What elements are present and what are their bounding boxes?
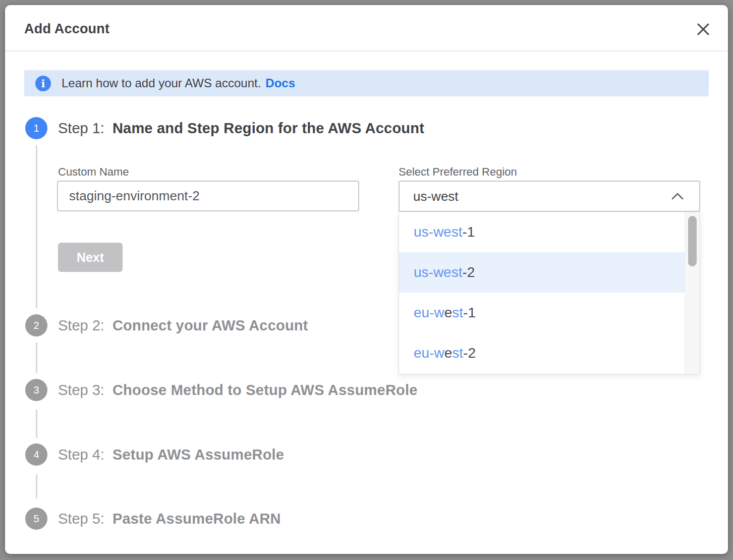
step-5-prefix: Step 5: bbox=[58, 511, 104, 527]
dropdown-option-eu-west-1[interactable]: eu-west-1 bbox=[399, 293, 686, 333]
region-option-list: us-west-1 us-west-2 eu-west-1 eu-west-2 bbox=[399, 212, 686, 373]
step-2-header[interactable]: Step 2: Connect your AWS Account bbox=[58, 314, 308, 337]
close-button[interactable] bbox=[694, 20, 712, 38]
dropdown-option-eu-west-2[interactable]: eu-west-2 bbox=[399, 333, 686, 373]
step-5-title: Paste AssumeRole ARN bbox=[112, 511, 281, 527]
close-icon bbox=[696, 22, 710, 36]
step-1-header[interactable]: Step 1: Name and Step Region for the AWS… bbox=[58, 117, 424, 139]
info-banner: i Learn how to add your AWS account. Doc… bbox=[24, 70, 709, 96]
step-3-badge: 3 bbox=[25, 379, 47, 401]
step-connector-4-5 bbox=[36, 474, 37, 498]
docs-link[interactable]: Docs bbox=[265, 76, 295, 90]
custom-name-input[interactable] bbox=[57, 181, 359, 211]
step-3-header[interactable]: Step 3: Choose Method to Setup AWS Assum… bbox=[58, 379, 418, 401]
info-icon: i bbox=[35, 76, 51, 91]
step-3-prefix: Step 3: bbox=[58, 382, 104, 399]
step-2-prefix: Step 2: bbox=[58, 317, 104, 334]
region-select-value: us-west bbox=[413, 189, 459, 204]
step-5-header[interactable]: Step 5: Paste AssumeRole ARN bbox=[58, 508, 281, 530]
banner-text: Learn how to add your AWS account. bbox=[62, 76, 261, 90]
step-4-title: Setup AWS AssumeRole bbox=[112, 446, 284, 463]
region-select[interactable]: us-west bbox=[399, 181, 700, 212]
step-4-prefix: Step 4: bbox=[58, 446, 104, 463]
region-dropdown: us-west-1 us-west-2 eu-west-1 eu-west-2 bbox=[399, 212, 700, 374]
step-2-badge: 2 bbox=[25, 314, 47, 337]
add-account-modal: Add Account i Learn how to add your AWS … bbox=[5, 5, 728, 554]
chevron-up-icon bbox=[671, 192, 684, 200]
page-title: Add Account bbox=[24, 21, 109, 37]
dropdown-scrollbar[interactable] bbox=[685, 212, 700, 373]
region-label: Select Preferred Region bbox=[399, 165, 517, 179]
step-1-badge: 1 bbox=[25, 117, 47, 139]
dropdown-option-us-west-2[interactable]: us-west-2 bbox=[399, 252, 686, 293]
step-4-header[interactable]: Step 4: Setup AWS AssumeRole bbox=[58, 443, 284, 466]
step-connector-1-2 bbox=[36, 145, 37, 308]
step-3-title: Choose Method to Setup AWS AssumeRole bbox=[112, 382, 418, 399]
header-divider bbox=[5, 50, 728, 51]
step-2-title: Connect your AWS Account bbox=[112, 317, 308, 334]
step-5-badge: 5 bbox=[25, 508, 47, 530]
dropdown-option-us-west-1[interactable]: us-west-1 bbox=[399, 212, 686, 252]
step-4-badge: 4 bbox=[25, 443, 47, 466]
dropdown-scrollbar-thumb[interactable] bbox=[688, 216, 697, 266]
step-1-prefix: Step 1: bbox=[58, 120, 104, 137]
next-button[interactable]: Next bbox=[58, 243, 123, 272]
custom-name-label: Custom Name bbox=[58, 165, 129, 179]
step-1-title: Name and Step Region for the AWS Account bbox=[112, 120, 424, 137]
step-connector-3-4 bbox=[36, 410, 37, 438]
step-connector-2-3 bbox=[36, 343, 37, 373]
